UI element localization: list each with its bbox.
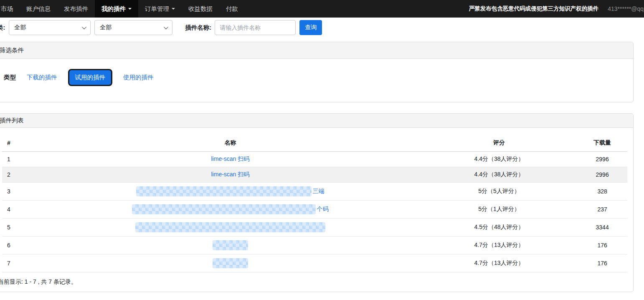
table-header-row: # 名称 评分 下载量 [2,135,627,152]
row-rank: 2 [2,167,40,183]
plugin-name-label: 插件名称: [185,24,211,32]
row-name-cell [40,219,421,236]
publish-warning-text: 严禁发布包含恶意代码或侵犯第三方知识产权的插件 [469,5,599,13]
plugin-list-panel: 插件列表 # 名称 评分 下载量 1lime-scan 扫码4.4分（38人评分… [0,113,634,292]
row-rank: 4 [2,201,40,219]
row-name-cell: lime-scan 扫码 [40,152,421,167]
column-downloads: 下载量 [577,135,627,152]
censored-name-mosaic [213,258,248,268]
nav-item-label: 我的插件 [101,5,126,13]
row-rating: 4.7分（13人评分） [421,254,577,272]
top-navbar: 市场账户信息发布插件我的插件订单管理收益数据付款 严禁发布包含恶意代码或侵犯第三… [0,0,644,18]
row-rank: 7 [2,254,40,272]
nav-item-label: 账户信息 [26,5,51,13]
user-email[interactable]: 413******@qq.c [608,5,644,12]
censored-name-mosaic [213,240,248,250]
category-label: 类: [0,24,5,32]
row-downloads: 3344 [577,219,627,236]
censored-name-mosaic [136,186,312,196]
column-name: 名称 [40,135,421,152]
nav-item-my-plugins[interactable]: 我的插件 [95,0,138,18]
status-select-value: 全部 [100,24,112,31]
nav-item-label: 发布插件 [64,5,88,13]
column-rating: 评分 [421,135,577,152]
table-row: 54.5分（48人评分）3344 [2,219,627,236]
row-downloads: 2996 [577,167,627,183]
row-name-cell [40,254,421,272]
plugin-name-suffix: 三端 [312,188,324,194]
caret-down-icon [128,8,132,10]
row-name-cell: 三端 [40,183,421,201]
censored-name-mosaic [135,222,325,232]
table-row: 74.7分（13人评分）176 [2,254,627,272]
column-rank: # [2,135,40,152]
row-name-cell [40,236,421,254]
plugin-name-link[interactable]: lime-scan 扫码 [211,155,250,162]
row-rating: 4.7分（13人评分） [421,236,577,254]
chevron-down-icon [164,25,168,29]
table-row: 3三端5分（5人评分）328 [2,183,627,201]
plugin-list-title: 插件列表 [0,114,633,128]
row-rank: 5 [2,219,40,236]
nav-item-label: 付款 [226,5,238,13]
status-select[interactable]: 全部 [94,20,172,35]
category-select-value: 全部 [14,24,26,31]
tab-used-plugins[interactable]: 使用的插件 [123,74,154,81]
censored-name-mosaic [132,204,316,214]
type-label: 类型 [4,74,16,81]
nav-item-order-management[interactable]: 订单管理 [138,0,182,18]
plugin-name-input[interactable] [215,20,296,35]
nav-item-payment[interactable]: 付款 [219,0,245,18]
table-row: 4个码5分（1人评分）237 [2,201,627,219]
row-rating: 4.5分（48人评分） [421,219,577,236]
table-row: 64.7分（13人评分）176 [2,236,627,254]
plugin-table: # 名称 评分 下载量 1lime-scan 扫码4.4分（38人评分）2996… [2,135,627,272]
row-rating: 5分（1人评分） [421,201,577,219]
plugin-name-suffix: 个码 [317,206,328,212]
row-name-cell: 个码 [40,201,421,219]
nav-item-revenue-data[interactable]: 收益数据 [182,0,219,18]
row-downloads: 2996 [577,152,627,167]
nav-item-account-info[interactable]: 账户信息 [20,0,57,18]
row-downloads: 176 [577,254,627,272]
nav-item-label: 市场 [1,5,13,13]
search-button[interactable]: 查询 [299,20,322,35]
filter-conditions-panel: 筛选条件 类型 下载的插件试用的插件使用的插件 [0,42,634,102]
plugin-name-link[interactable]: lime-scan 扫码 [211,171,250,178]
filter-panel-title: 筛选条件 [0,42,633,59]
nav-menu: 市场账户信息发布插件我的插件订单管理收益数据付款 [0,0,245,18]
plugin-list-body: # 名称 评分 下载量 1lime-scan 扫码4.4分（38人评分）2996… [0,128,633,292]
row-rank: 3 [2,183,40,201]
type-tabs: 下载的插件试用的插件使用的插件 [27,69,154,86]
row-rank: 1 [2,152,40,167]
search-filter-bar: 类: 全部 全部 插件名称: 查询 [0,18,644,38]
nav-item-publish-plugin[interactable]: 发布插件 [57,0,95,18]
filter-panel-body: 类型 下载的插件试用的插件使用的插件 [0,59,633,102]
nav-item-market[interactable]: 市场 [0,0,20,18]
row-downloads: 328 [577,183,627,201]
tab-downloaded-plugins[interactable]: 下载的插件 [27,74,57,81]
category-select[interactable]: 全部 [9,20,91,35]
navbar-right: 严禁发布包含恶意代码或侵犯第三方知识产权的插件 413******@qq.c [469,0,644,18]
row-rating: 4.4分（38人评分） [421,152,577,167]
row-downloads: 237 [577,201,627,219]
row-rating: 4.4分（38人评分） [421,167,577,183]
row-downloads: 176 [577,236,627,254]
table-row: 2lime-scan 扫码4.4分（38人评分）2996 [2,167,627,183]
record-count-summary: 当前显示: 1 - 7 , 共 7 条记录。 [0,272,627,286]
row-name-cell: lime-scan 扫码 [40,167,421,183]
tab-trial-plugins[interactable]: 试用的插件 [68,69,113,86]
row-rating: 5分（5人评分） [421,183,577,201]
table-row: 1lime-scan 扫码4.4分（38人评分）2996 [2,152,627,167]
row-rank: 6 [2,236,40,254]
chevron-down-icon [82,25,86,29]
nav-item-label: 收益数据 [188,5,213,13]
nav-item-label: 订单管理 [145,5,169,13]
caret-down-icon [172,8,175,10]
